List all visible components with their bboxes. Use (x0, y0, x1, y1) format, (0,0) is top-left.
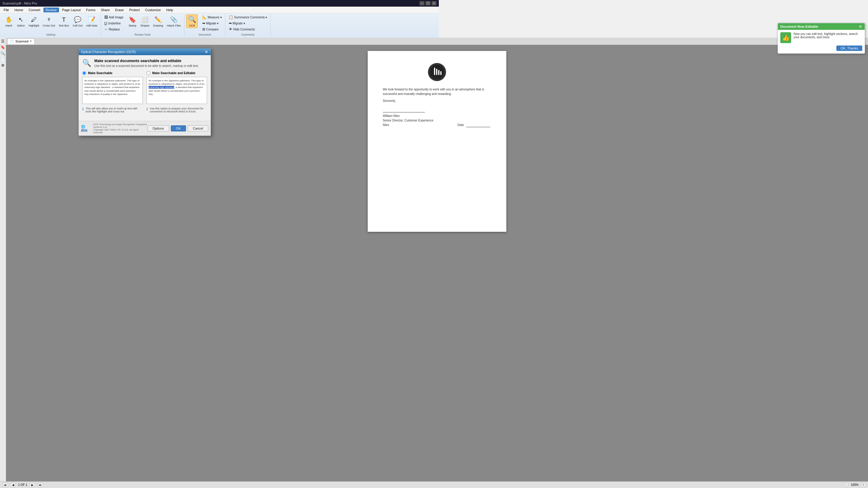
ocr-dialog: Optical Character Recognition (OCR) ✕ 🔍 … (79, 48, 211, 136)
ocr-radio-searchable[interactable] (82, 71, 86, 75)
ocr-radio-editable[interactable] (147, 71, 150, 75)
attach-files-icon: 📎 (170, 16, 178, 24)
stamp-button[interactable]: 🔖 Stamp (127, 14, 138, 28)
callout-button[interactable]: 💬 Call Out (71, 14, 84, 28)
ocr-close-button[interactable]: ✕ (205, 50, 208, 54)
ocr-ok-button[interactable]: OK (171, 125, 186, 131)
ocr-button[interactable]: 🔍 OCR (186, 14, 198, 28)
ocr-header-icon: 🔍 (82, 59, 91, 67)
ocr-option-editable-label: Make Searchable and Editable (152, 71, 195, 75)
ocr-options-button[interactable]: Options (147, 125, 169, 131)
ocr-buttons: Options OK Cancel (147, 125, 208, 131)
migrate-button[interactable]: ➡ Migrate ▾ (201, 21, 223, 26)
menu-review[interactable]: Review (43, 7, 59, 12)
hide-comments-button[interactable]: 👁 Hide Comments (227, 27, 269, 32)
document-area: We look forward to the opportunity to wo… (6, 45, 439, 247)
ocr-heading: Make scanned documents searchable and ed… (94, 59, 198, 63)
menu-bar: File Home Convert Review Page Layout For… (0, 7, 439, 13)
menu-file[interactable]: File (1, 7, 11, 12)
restore-button[interactable]: ❐ (426, 1, 430, 5)
ocr-icon: 🔍 (188, 16, 196, 24)
ribbon-group-markup: ✋ Hand ↖ Select 🖊 Highlight T Cross Out … (1, 14, 101, 37)
ribbon-group-review-tools: 🖼 Add Image U Underline ↔ Replace 🔖 Stam… (101, 14, 184, 37)
ocr-dialog-titlebar: Optical Character Recognition (OCR) ✕ (79, 49, 211, 55)
addnote-icon: 📝 (87, 16, 96, 24)
tabs-bar: 📄 Scanned ✕ (6, 38, 439, 45)
document-tab-scanned[interactable]: 📄 Scanned ✕ (7, 38, 35, 44)
minimize-button[interactable]: ─ (420, 1, 424, 5)
summarize-comments-button[interactable]: 📋 Summarize Comments ▾ (227, 14, 269, 20)
info-icon-1: ℹ (82, 107, 84, 111)
sidebar-icon-5[interactable]: ⚙ (1, 63, 5, 68)
ocr-header-text: Make scanned documents searchable and ed… (94, 59, 198, 67)
attach-files-button[interactable]: 📎 Attach Files (165, 14, 182, 28)
menu-forms[interactable]: Forms (84, 7, 98, 12)
ocr-cancel-button[interactable]: Cancel (188, 125, 208, 131)
callout-icon: 💬 (73, 16, 82, 24)
hand-button[interactable]: ✋ Hand (3, 14, 14, 28)
menu-customize[interactable]: Customize (143, 7, 163, 12)
logo-circle (428, 63, 439, 81)
sig-title: Senior Director, Customer Experience (383, 118, 433, 123)
document-logo (383, 63, 439, 81)
crossout-button[interactable]: T Cross Out (41, 14, 57, 28)
summarize-comments-icon: 📋 (229, 15, 233, 19)
iris-copyright: OCR Technology by Image Recognition Inte… (93, 123, 147, 134)
shapes-icon: ⬜ (141, 16, 149, 24)
menu-share[interactable]: Share (98, 7, 112, 12)
ocr-info-2: ℹ Use this option to prepare your docume… (147, 106, 207, 114)
shapes-button[interactable]: ⬜ Shapes (138, 14, 151, 28)
document-page: We look forward to the opportunity to wo… (368, 51, 439, 232)
tab-label: Scanned (16, 39, 28, 43)
title-text: Scanned.pdf - Nitro Pro (2, 1, 37, 5)
ocr-header: 🔍 Make scanned documents searchable and … (82, 59, 207, 67)
tab-close-button[interactable]: ✕ (30, 39, 32, 43)
tab-doc-icon: 📄 (10, 39, 14, 43)
highlight-button[interactable]: 🖊 Highlight (27, 14, 41, 28)
close-window-button[interactable]: ✕ (432, 1, 436, 5)
ocr-dialog-body: 🔍 Make scanned documents searchable and … (79, 55, 211, 121)
sidebar-icon-2[interactable]: 🔖 (1, 45, 5, 50)
replace-icon: ↔ (104, 27, 108, 31)
menu-convert[interactable]: Convert (26, 7, 43, 12)
underline-button[interactable]: U Underline (103, 21, 125, 26)
add-image-button[interactable]: 🖼 Add Image (103, 14, 125, 20)
ocr-info-1: ℹ This will also allow you to mark-up te… (82, 106, 143, 114)
ocr-preview-text-1: An example is the Japanese patisserie. T… (84, 79, 140, 96)
menu-page-layout[interactable]: Page Layout (60, 7, 83, 12)
sidebar-icon-1[interactable]: ☰ (1, 39, 5, 44)
measure-button[interactable]: 📐 Measure ▾ (201, 14, 223, 20)
select-icon: ↖ (17, 16, 25, 24)
iris-logo: 🌐 IRIS OCR Technology by Image Recogniti… (81, 123, 147, 134)
ribbon-group-document: 🔍 OCR 📐 Measure ▾ ➡ Migrate ▾ ⊞ Compare (184, 14, 225, 37)
doc-sincerely: Sincerely, (383, 98, 439, 103)
replace-button[interactable]: ↔ Replace (103, 27, 125, 32)
sig-company: Nitro (383, 123, 433, 127)
highlight-icon: 🖊 (30, 16, 38, 24)
title-bar: Scanned.pdf - Nitro Pro ─ ❐ ✕ (0, 0, 439, 7)
ocr-info-text-2: Use this option to prepare your document… (150, 107, 207, 113)
menu-help[interactable]: Help (164, 7, 176, 12)
textbox-icon: T (60, 16, 68, 24)
migrate-comments-button[interactable]: ➡ Migrate ▾ (227, 21, 269, 26)
menu-protect[interactable]: Protect (127, 7, 142, 12)
menu-home[interactable]: Home (12, 7, 26, 12)
drawing-button[interactable]: ✏️ Drawing (152, 14, 164, 28)
ribbon-group-comments: 📋 Summarize Comments ▾ ➡ Migrate ▾ 👁 Hid… (225, 14, 271, 37)
select-button[interactable]: ↖ Select (15, 14, 27, 28)
textbox-button[interactable]: T Text Box (57, 14, 71, 28)
hand-icon: ✋ (4, 16, 13, 24)
ocr-option-editable-preview: An example is the Japanese patisserie. T… (147, 77, 207, 104)
sig-line (383, 112, 425, 113)
sig-name: William Nitro (383, 114, 433, 118)
crossout-icon: T (44, 16, 53, 24)
addnote-button[interactable]: 📝 Add Note (85, 14, 99, 28)
menu-erase[interactable]: Erase (113, 7, 126, 12)
compare-button[interactable]: ⊞ Compare (201, 27, 223, 32)
ocr-preview-highlight: extremely high standard (149, 86, 174, 89)
sidebar-icon-3[interactable]: 🔍 (1, 51, 5, 56)
sidebar-icon-4[interactable]: 📄 (1, 57, 5, 62)
ocr-option-editable: Make Searchable and Editable An example … (147, 71, 207, 114)
ocr-description: Use this tool on a scanned document to b… (94, 64, 198, 67)
hide-comments-icon: 👁 (229, 27, 232, 31)
